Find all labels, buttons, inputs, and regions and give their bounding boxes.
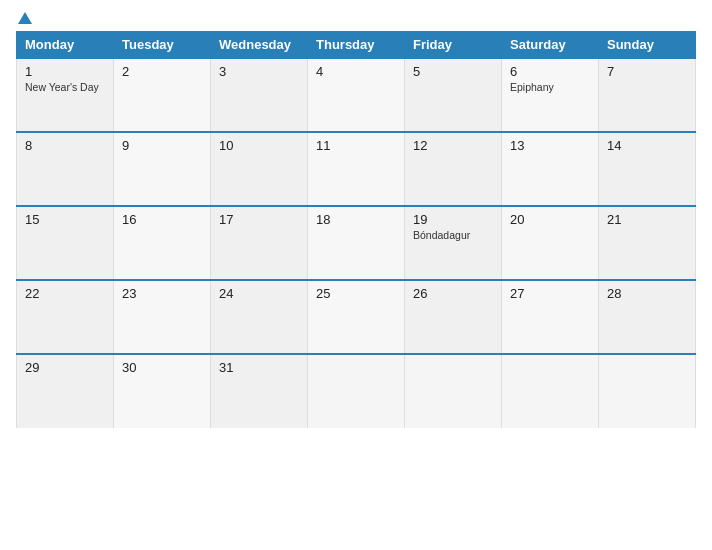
- day-number: 1: [25, 64, 105, 79]
- calendar-cell: [502, 354, 599, 428]
- calendar-cell: 7: [599, 58, 696, 132]
- calendar-cell: 5: [405, 58, 502, 132]
- day-number: 8: [25, 138, 105, 153]
- logo-triangle-icon: [18, 12, 32, 24]
- calendar-cell: 21: [599, 206, 696, 280]
- day-number: 26: [413, 286, 493, 301]
- day-number: 10: [219, 138, 299, 153]
- day-number: 3: [219, 64, 299, 79]
- day-event: New Year's Day: [25, 81, 105, 93]
- calendar-cell: 1New Year's Day: [17, 58, 114, 132]
- day-number: 14: [607, 138, 687, 153]
- day-number: 17: [219, 212, 299, 227]
- calendar-cell: 13: [502, 132, 599, 206]
- day-number: 2: [122, 64, 202, 79]
- calendar-cell: [599, 354, 696, 428]
- calendar-header: Monday Tuesday Wednesday Thursday Friday…: [17, 32, 696, 59]
- calendar-body: 1New Year's Day23456Epiphany789101112131…: [17, 58, 696, 428]
- day-number: 5: [413, 64, 493, 79]
- calendar-week-row: 1New Year's Day23456Epiphany7: [17, 58, 696, 132]
- calendar-cell: 11: [308, 132, 405, 206]
- day-number: 4: [316, 64, 396, 79]
- day-number: 31: [219, 360, 299, 375]
- calendar-cell: 18: [308, 206, 405, 280]
- day-number: 11: [316, 138, 396, 153]
- calendar-cell: 25: [308, 280, 405, 354]
- day-number: 9: [122, 138, 202, 153]
- day-number: 19: [413, 212, 493, 227]
- page-header: [16, 12, 696, 25]
- calendar-week-row: 22232425262728: [17, 280, 696, 354]
- calendar-cell: [308, 354, 405, 428]
- col-monday: Monday: [17, 32, 114, 59]
- calendar-cell: 8: [17, 132, 114, 206]
- day-number: 18: [316, 212, 396, 227]
- calendar-cell: 23: [114, 280, 211, 354]
- day-number: 22: [25, 286, 105, 301]
- day-number: 27: [510, 286, 590, 301]
- col-saturday: Saturday: [502, 32, 599, 59]
- calendar-week-row: 891011121314: [17, 132, 696, 206]
- day-number: 29: [25, 360, 105, 375]
- day-event: Epiphany: [510, 81, 590, 93]
- calendar-cell: 9: [114, 132, 211, 206]
- calendar-cell: 6Epiphany: [502, 58, 599, 132]
- col-wednesday: Wednesday: [211, 32, 308, 59]
- day-number: 13: [510, 138, 590, 153]
- day-event: Bóndadagur: [413, 229, 493, 241]
- calendar-cell: [405, 354, 502, 428]
- day-number: 15: [25, 212, 105, 227]
- calendar-table: Monday Tuesday Wednesday Thursday Friday…: [16, 31, 696, 428]
- calendar-cell: 28: [599, 280, 696, 354]
- day-number: 16: [122, 212, 202, 227]
- calendar-cell: 12: [405, 132, 502, 206]
- calendar-cell: 31: [211, 354, 308, 428]
- day-number: 23: [122, 286, 202, 301]
- day-number: 24: [219, 286, 299, 301]
- day-number: 20: [510, 212, 590, 227]
- calendar-cell: 20: [502, 206, 599, 280]
- col-sunday: Sunday: [599, 32, 696, 59]
- calendar-cell: 16: [114, 206, 211, 280]
- calendar-cell: 24: [211, 280, 308, 354]
- calendar-cell: 22: [17, 280, 114, 354]
- col-friday: Friday: [405, 32, 502, 59]
- day-number: 12: [413, 138, 493, 153]
- calendar-cell: 17: [211, 206, 308, 280]
- day-number: 25: [316, 286, 396, 301]
- calendar-cell: 4: [308, 58, 405, 132]
- day-number: 7: [607, 64, 687, 79]
- calendar-cell: 30: [114, 354, 211, 428]
- calendar-cell: 3: [211, 58, 308, 132]
- logo-blue-text: [16, 12, 32, 25]
- day-number: 21: [607, 212, 687, 227]
- logo: [16, 12, 32, 25]
- col-tuesday: Tuesday: [114, 32, 211, 59]
- calendar-cell: 29: [17, 354, 114, 428]
- calendar-week-row: 1516171819Bóndadagur2021: [17, 206, 696, 280]
- calendar-cell: 26: [405, 280, 502, 354]
- calendar-cell: 2: [114, 58, 211, 132]
- calendar-cell: 14: [599, 132, 696, 206]
- calendar-week-row: 293031: [17, 354, 696, 428]
- header-row: Monday Tuesday Wednesday Thursday Friday…: [17, 32, 696, 59]
- calendar-cell: 27: [502, 280, 599, 354]
- day-number: 28: [607, 286, 687, 301]
- calendar-page: Monday Tuesday Wednesday Thursday Friday…: [0, 0, 712, 550]
- col-thursday: Thursday: [308, 32, 405, 59]
- calendar-cell: 10: [211, 132, 308, 206]
- calendar-cell: 15: [17, 206, 114, 280]
- calendar-cell: 19Bóndadagur: [405, 206, 502, 280]
- day-number: 6: [510, 64, 590, 79]
- day-number: 30: [122, 360, 202, 375]
